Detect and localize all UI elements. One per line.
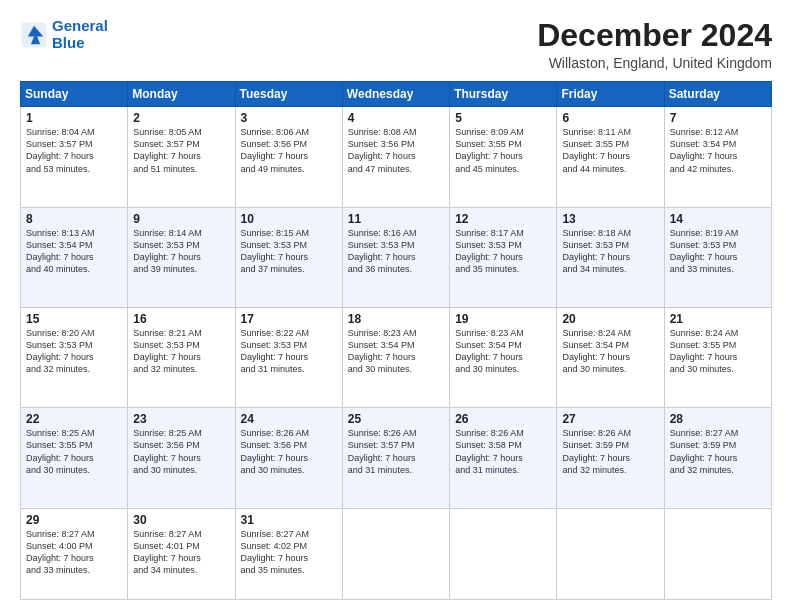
calendar-day-cell — [557, 508, 664, 599]
day-number: 31 — [241, 513, 337, 527]
day-info: Sunrise: 8:06 AM Sunset: 3:56 PM Dayligh… — [241, 126, 337, 175]
calendar-day-cell: 29Sunrise: 8:27 AM Sunset: 4:00 PM Dayli… — [21, 508, 128, 599]
location: Willaston, England, United Kingdom — [537, 55, 772, 71]
calendar-day-cell: 26Sunrise: 8:26 AM Sunset: 3:58 PM Dayli… — [450, 408, 557, 508]
day-info: Sunrise: 8:27 AM Sunset: 4:00 PM Dayligh… — [26, 528, 122, 577]
header: General Blue December 2024 Willaston, En… — [20, 18, 772, 71]
day-number: 18 — [348, 312, 444, 326]
logo-text: General Blue — [52, 18, 108, 51]
day-info: Sunrise: 8:04 AM Sunset: 3:57 PM Dayligh… — [26, 126, 122, 175]
day-info: Sunrise: 8:16 AM Sunset: 3:53 PM Dayligh… — [348, 227, 444, 276]
day-info: Sunrise: 8:17 AM Sunset: 3:53 PM Dayligh… — [455, 227, 551, 276]
calendar-week-row: 22Sunrise: 8:25 AM Sunset: 3:55 PM Dayli… — [21, 408, 772, 508]
day-number: 25 — [348, 412, 444, 426]
calendar-day-cell: 4Sunrise: 8:08 AM Sunset: 3:56 PM Daylig… — [342, 107, 449, 207]
day-info: Sunrise: 8:05 AM Sunset: 3:57 PM Dayligh… — [133, 126, 229, 175]
calendar-day-cell — [450, 508, 557, 599]
day-info: Sunrise: 8:08 AM Sunset: 3:56 PM Dayligh… — [348, 126, 444, 175]
calendar-day-cell: 5Sunrise: 8:09 AM Sunset: 3:55 PM Daylig… — [450, 107, 557, 207]
day-number: 2 — [133, 111, 229, 125]
day-info: Sunrise: 8:23 AM Sunset: 3:54 PM Dayligh… — [455, 327, 551, 376]
day-info: Sunrise: 8:09 AM Sunset: 3:55 PM Dayligh… — [455, 126, 551, 175]
day-number: 10 — [241, 212, 337, 226]
calendar-day-cell: 28Sunrise: 8:27 AM Sunset: 3:59 PM Dayli… — [664, 408, 771, 508]
day-number: 13 — [562, 212, 658, 226]
day-number: 28 — [670, 412, 766, 426]
day-number: 4 — [348, 111, 444, 125]
title-block: December 2024 Willaston, England, United… — [537, 18, 772, 71]
calendar-day-cell: 13Sunrise: 8:18 AM Sunset: 3:53 PM Dayli… — [557, 207, 664, 307]
day-number: 22 — [26, 412, 122, 426]
day-info: Sunrise: 8:27 AM Sunset: 4:02 PM Dayligh… — [241, 528, 337, 577]
calendar-header-row: SundayMondayTuesdayWednesdayThursdayFrid… — [21, 82, 772, 107]
day-number: 29 — [26, 513, 122, 527]
day-info: Sunrise: 8:22 AM Sunset: 3:53 PM Dayligh… — [241, 327, 337, 376]
day-number: 24 — [241, 412, 337, 426]
day-info: Sunrise: 8:26 AM Sunset: 3:59 PM Dayligh… — [562, 427, 658, 476]
calendar-day-cell — [342, 508, 449, 599]
day-info: Sunrise: 8:18 AM Sunset: 3:53 PM Dayligh… — [562, 227, 658, 276]
calendar-header-friday: Friday — [557, 82, 664, 107]
logo-line1: General — [52, 17, 108, 34]
day-number: 11 — [348, 212, 444, 226]
calendar-day-cell: 19Sunrise: 8:23 AM Sunset: 3:54 PM Dayli… — [450, 307, 557, 407]
calendar-day-cell: 17Sunrise: 8:22 AM Sunset: 3:53 PM Dayli… — [235, 307, 342, 407]
calendar-week-row: 15Sunrise: 8:20 AM Sunset: 3:53 PM Dayli… — [21, 307, 772, 407]
calendar-day-cell: 30Sunrise: 8:27 AM Sunset: 4:01 PM Dayli… — [128, 508, 235, 599]
day-info: Sunrise: 8:26 AM Sunset: 3:56 PM Dayligh… — [241, 427, 337, 476]
day-info: Sunrise: 8:24 AM Sunset: 3:55 PM Dayligh… — [670, 327, 766, 376]
calendar-day-cell: 12Sunrise: 8:17 AM Sunset: 3:53 PM Dayli… — [450, 207, 557, 307]
calendar-day-cell: 3Sunrise: 8:06 AM Sunset: 3:56 PM Daylig… — [235, 107, 342, 207]
day-number: 14 — [670, 212, 766, 226]
day-number: 16 — [133, 312, 229, 326]
calendar-header-wednesday: Wednesday — [342, 82, 449, 107]
day-number: 5 — [455, 111, 551, 125]
calendar-day-cell: 6Sunrise: 8:11 AM Sunset: 3:55 PM Daylig… — [557, 107, 664, 207]
calendar-day-cell: 7Sunrise: 8:12 AM Sunset: 3:54 PM Daylig… — [664, 107, 771, 207]
calendar-day-cell: 18Sunrise: 8:23 AM Sunset: 3:54 PM Dayli… — [342, 307, 449, 407]
day-number: 21 — [670, 312, 766, 326]
day-number: 26 — [455, 412, 551, 426]
day-number: 17 — [241, 312, 337, 326]
day-number: 30 — [133, 513, 229, 527]
day-number: 27 — [562, 412, 658, 426]
calendar-day-cell: 8Sunrise: 8:13 AM Sunset: 3:54 PM Daylig… — [21, 207, 128, 307]
calendar-day-cell: 31Sunrise: 8:27 AM Sunset: 4:02 PM Dayli… — [235, 508, 342, 599]
day-info: Sunrise: 8:27 AM Sunset: 4:01 PM Dayligh… — [133, 528, 229, 577]
calendar-header-tuesday: Tuesday — [235, 82, 342, 107]
day-number: 7 — [670, 111, 766, 125]
calendar-day-cell: 9Sunrise: 8:14 AM Sunset: 3:53 PM Daylig… — [128, 207, 235, 307]
day-number: 3 — [241, 111, 337, 125]
calendar-header-sunday: Sunday — [21, 82, 128, 107]
calendar-header-saturday: Saturday — [664, 82, 771, 107]
month-title: December 2024 — [537, 18, 772, 53]
calendar-day-cell: 21Sunrise: 8:24 AM Sunset: 3:55 PM Dayli… — [664, 307, 771, 407]
day-number: 23 — [133, 412, 229, 426]
day-info: Sunrise: 8:12 AM Sunset: 3:54 PM Dayligh… — [670, 126, 766, 175]
day-info: Sunrise: 8:11 AM Sunset: 3:55 PM Dayligh… — [562, 126, 658, 175]
day-number: 9 — [133, 212, 229, 226]
page: General Blue December 2024 Willaston, En… — [0, 0, 792, 612]
day-number: 1 — [26, 111, 122, 125]
calendar-day-cell: 20Sunrise: 8:24 AM Sunset: 3:54 PM Dayli… — [557, 307, 664, 407]
calendar-week-row: 1Sunrise: 8:04 AM Sunset: 3:57 PM Daylig… — [21, 107, 772, 207]
day-info: Sunrise: 8:20 AM Sunset: 3:53 PM Dayligh… — [26, 327, 122, 376]
calendar-day-cell: 10Sunrise: 8:15 AM Sunset: 3:53 PM Dayli… — [235, 207, 342, 307]
logo-icon — [20, 21, 48, 49]
day-info: Sunrise: 8:25 AM Sunset: 3:56 PM Dayligh… — [133, 427, 229, 476]
day-number: 20 — [562, 312, 658, 326]
day-number: 6 — [562, 111, 658, 125]
calendar-header-thursday: Thursday — [450, 82, 557, 107]
day-info: Sunrise: 8:21 AM Sunset: 3:53 PM Dayligh… — [133, 327, 229, 376]
calendar-day-cell: 22Sunrise: 8:25 AM Sunset: 3:55 PM Dayli… — [21, 408, 128, 508]
day-info: Sunrise: 8:26 AM Sunset: 3:57 PM Dayligh… — [348, 427, 444, 476]
day-number: 12 — [455, 212, 551, 226]
calendar-day-cell: 1Sunrise: 8:04 AM Sunset: 3:57 PM Daylig… — [21, 107, 128, 207]
calendar-day-cell — [664, 508, 771, 599]
calendar-day-cell: 23Sunrise: 8:25 AM Sunset: 3:56 PM Dayli… — [128, 408, 235, 508]
calendar-day-cell: 2Sunrise: 8:05 AM Sunset: 3:57 PM Daylig… — [128, 107, 235, 207]
day-info: Sunrise: 8:27 AM Sunset: 3:59 PM Dayligh… — [670, 427, 766, 476]
day-info: Sunrise: 8:24 AM Sunset: 3:54 PM Dayligh… — [562, 327, 658, 376]
calendar-day-cell: 16Sunrise: 8:21 AM Sunset: 3:53 PM Dayli… — [128, 307, 235, 407]
calendar-day-cell: 24Sunrise: 8:26 AM Sunset: 3:56 PM Dayli… — [235, 408, 342, 508]
